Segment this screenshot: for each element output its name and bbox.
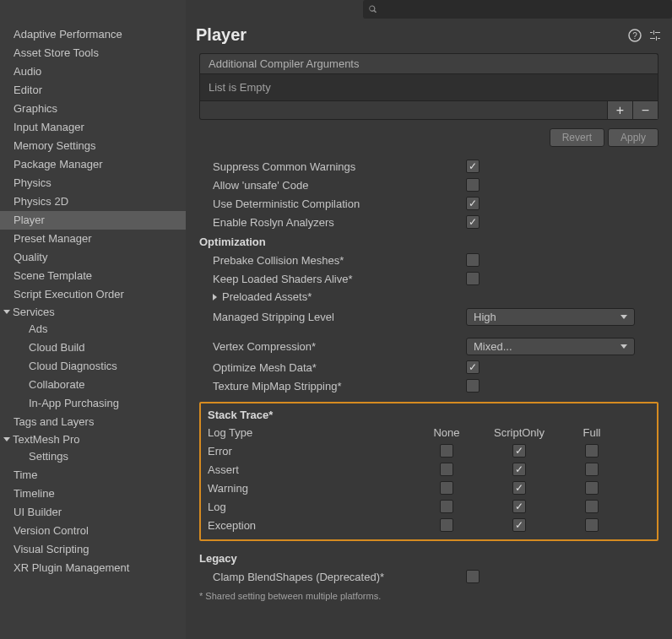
keep-shaders-label: Keep Loaded Shaders Alive*	[213, 273, 466, 285]
page-title: Player	[196, 25, 621, 45]
search-icon	[368, 4, 377, 14]
suppress-warnings-label: Suppress Common Warnings	[213, 160, 466, 173]
stripping-label: Managed Stripping Level	[213, 311, 466, 323]
sidebar-item[interactable]: Settings	[0, 447, 186, 466]
sidebar-group[interactable]: TextMesh Pro	[0, 431, 186, 447]
sidebar-item[interactable]: Cloud Build	[0, 338, 186, 357]
sidebar-item[interactable]: Quality	[0, 248, 186, 267]
logtype-label: Assert	[208, 463, 410, 476]
logtype-header: Log Type	[208, 426, 410, 439]
sidebar-item[interactable]: Asset Store Tools	[0, 44, 186, 62]
full-header: Full	[555, 426, 628, 439]
sidebar-item[interactable]: Collaborate	[0, 376, 186, 394]
help-icon[interactable]: ?	[628, 29, 642, 42]
scriptOnly-checkbox[interactable]	[512, 463, 526, 476]
scriptOnly-checkbox[interactable]	[512, 481, 526, 495]
chevron-down-icon	[621, 344, 627, 349]
sidebar-item[interactable]: Ads	[0, 320, 186, 338]
stack-trace-section: Stack Trace* Log Type None ScriptOnly Fu…	[199, 402, 658, 541]
settings-icon[interactable]	[648, 29, 662, 42]
search-bar[interactable]	[363, 0, 672, 19]
prebake-checkbox[interactable]	[466, 253, 480, 267]
sidebar-item[interactable]: Input Manager	[0, 118, 186, 137]
chevron-down-icon	[3, 310, 10, 314]
sidebar-item[interactable]: Editor	[0, 81, 186, 100]
deterministic-checkbox[interactable]	[466, 197, 480, 210]
remove-button[interactable]: −	[632, 101, 658, 119]
sidebar-item[interactable]: Audio	[0, 62, 186, 81]
none-header: None	[410, 426, 483, 439]
sidebar-item[interactable]: Cloud Diagnostics	[0, 357, 186, 376]
sidebar-item-label: Services	[13, 306, 55, 318]
sidebar-item[interactable]: Timeline	[0, 485, 186, 503]
keep-shaders-checkbox[interactable]	[466, 272, 480, 285]
sidebar-item[interactable]: Adaptive Performance	[0, 25, 186, 44]
none-checkbox[interactable]	[440, 463, 453, 476]
full-checkbox[interactable]	[585, 518, 599, 532]
footnote: * Shared setting between multiple platfo…	[199, 586, 658, 604]
vertex-value: Mixed...	[474, 340, 512, 353]
prebake-label: Prebake Collision Meshes*	[213, 254, 466, 267]
full-checkbox[interactable]	[585, 463, 599, 476]
sidebar-item-label: TextMesh Pro	[13, 433, 79, 446]
sidebar-item[interactable]: Script Execution Order	[0, 285, 186, 304]
mipmap-label: Texture MipMap Stripping*	[213, 380, 466, 393]
vertex-label: Vertex Compression*	[213, 340, 466, 353]
apply-button[interactable]: Apply	[608, 128, 658, 147]
roslyn-label: Enable Roslyn Analyzers	[213, 216, 466, 229]
sidebar-item[interactable]: UI Builder	[0, 503, 186, 522]
compiler-args-header: Additional Compiler Arguments	[199, 53, 658, 73]
sidebar-item[interactable]: Visual Scripting	[0, 540, 186, 559]
optimize-mesh-checkbox[interactable]	[466, 360, 480, 374]
sidebar-group[interactable]: Services	[0, 304, 186, 320]
logtype-label: Warning	[208, 482, 410, 495]
full-checkbox[interactable]	[585, 481, 599, 495]
sidebar-item[interactable]: Memory Settings	[0, 137, 186, 155]
sidebar-item[interactable]: In-App Purchasing	[0, 394, 186, 413]
unsafe-code-label: Allow 'unsafe' Code	[213, 179, 466, 192]
none-checkbox[interactable]	[440, 444, 453, 458]
sidebar-item[interactable]: Graphics	[0, 100, 186, 118]
add-button[interactable]: +	[607, 101, 632, 119]
sidebar-item[interactable]: Physics	[0, 174, 186, 192]
logtype-label: Exception	[208, 519, 410, 532]
optimization-header: Optimization	[199, 231, 658, 251]
full-checkbox[interactable]	[585, 500, 599, 513]
none-checkbox[interactable]	[440, 500, 453, 513]
scriptOnly-checkbox[interactable]	[512, 444, 526, 458]
chevron-down-icon	[621, 315, 627, 319]
roslyn-checkbox[interactable]	[466, 215, 480, 229]
scriptOnly-checkbox[interactable]	[512, 500, 526, 513]
search-input[interactable]	[381, 3, 667, 16]
clamp-checkbox[interactable]	[466, 570, 480, 583]
sidebar-item[interactable]: Time	[0, 466, 186, 485]
sidebar-item[interactable]: Preset Manager	[0, 230, 186, 248]
sidebar-item[interactable]: Scene Template	[0, 267, 186, 285]
stripping-value: High	[474, 311, 496, 323]
svg-text:?: ?	[632, 31, 637, 41]
preloaded-label: Preloaded Assets*	[222, 290, 312, 303]
mipmap-checkbox[interactable]	[466, 379, 480, 393]
sidebar: Adaptive PerformanceAsset Store ToolsAud…	[0, 0, 186, 639]
none-checkbox[interactable]	[440, 481, 453, 495]
table-row: Warning	[208, 479, 650, 497]
sidebar-item[interactable]: Package Manager	[0, 155, 186, 174]
revert-button[interactable]: Revert	[550, 128, 604, 147]
unsafe-code-checkbox[interactable]	[466, 178, 480, 192]
scriptOnly-checkbox[interactable]	[512, 518, 526, 532]
content: Player ? Additional Compiler Arguments L…	[186, 0, 672, 639]
full-checkbox[interactable]	[585, 444, 599, 458]
scriptonly-header: ScriptOnly	[483, 426, 555, 439]
sidebar-item[interactable]: Player	[0, 211, 186, 230]
suppress-warnings-checkbox[interactable]	[466, 160, 480, 173]
sidebar-item[interactable]: XR Plugin Management	[0, 559, 186, 577]
stripping-dropdown[interactable]: High	[466, 308, 635, 326]
sidebar-item[interactable]: Physics 2D	[0, 192, 186, 211]
optimize-mesh-label: Optimize Mesh Data*	[213, 361, 466, 374]
vertex-dropdown[interactable]: Mixed...	[466, 338, 635, 355]
table-row: Assert	[208, 460, 650, 479]
sidebar-item[interactable]: Version Control	[0, 522, 186, 540]
none-checkbox[interactable]	[440, 518, 453, 532]
preloaded-expand-icon[interactable]	[213, 294, 217, 301]
sidebar-item[interactable]: Tags and Layers	[0, 413, 186, 431]
